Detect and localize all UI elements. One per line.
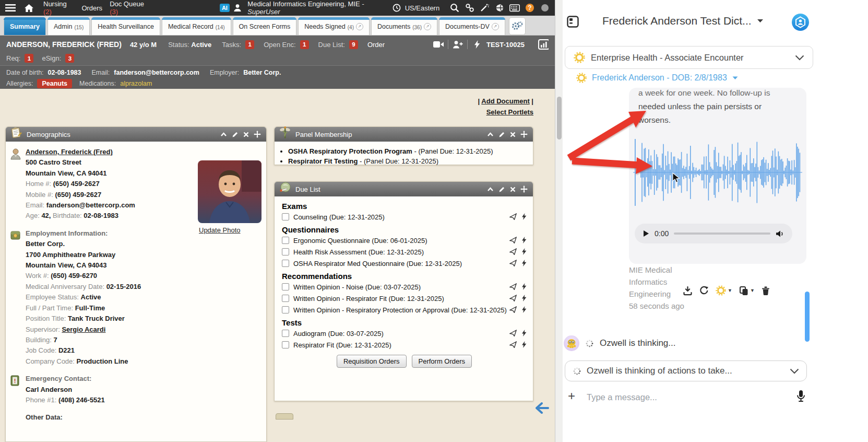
send-icon[interactable] xyxy=(509,341,517,348)
checkbox[interactable] xyxy=(282,283,289,290)
checkbox[interactable] xyxy=(282,248,289,255)
order-link[interactable]: Order xyxy=(367,41,385,49)
tab-medical-record[interactable]: Medical Record (14) xyxy=(162,17,231,35)
delete-icon[interactable] xyxy=(762,286,770,295)
app-scrollbar[interactable] xyxy=(555,0,563,442)
checkbox[interactable] xyxy=(282,237,289,244)
microphone-icon[interactable] xyxy=(796,390,805,402)
supervisor-link[interactable]: Sergio Acardi xyxy=(62,325,105,333)
wand-icon[interactable] xyxy=(480,3,489,13)
patient-selector[interactable]: Frederick Anderson - DOB: 2/8/1983 xyxy=(571,73,738,83)
close-icon[interactable] xyxy=(510,187,516,192)
send-icon[interactable] xyxy=(509,295,517,301)
quick-order-icon[interactable] xyxy=(522,237,527,243)
send-icon[interactable] xyxy=(509,260,517,266)
quick-order-icon[interactable] xyxy=(522,248,527,255)
close-icon[interactable] xyxy=(243,132,249,137)
add-document-link[interactable]: Add Document xyxy=(481,97,529,105)
quick-order-icon[interactable] xyxy=(522,341,527,348)
patient-name[interactable]: ANDERSON, FREDERICK (FRED) xyxy=(6,40,122,49)
move-icon[interactable] xyxy=(254,131,261,138)
popout-icon[interactable]: ↗ xyxy=(492,23,499,30)
move-icon[interactable] xyxy=(520,131,528,138)
patient-name-link[interactable]: Anderson, Frederick (Fred) xyxy=(26,148,113,156)
esign-badge[interactable]: 3 xyxy=(65,54,74,63)
timezone-label[interactable]: US/Eastern xyxy=(405,4,439,12)
collapse-panel-arrow[interactable] xyxy=(536,402,549,414)
chart-id[interactable]: TEST-10025 xyxy=(486,41,525,49)
tab-on-screen-forms[interactable]: On Screen Forms xyxy=(233,17,297,35)
conversation-title[interactable]: Frederick Anderson Test Dict... xyxy=(602,15,764,27)
send-icon[interactable] xyxy=(509,237,517,243)
regenerate-icon[interactable] xyxy=(699,286,709,295)
quick-order-icon[interactable] xyxy=(522,283,527,290)
send-icon[interactable] xyxy=(509,213,517,220)
link-icon[interactable] xyxy=(465,3,474,13)
flowsheet-icon[interactable] xyxy=(538,39,549,50)
edit-icon[interactable] xyxy=(498,131,505,138)
collapse-icon[interactable] xyxy=(220,132,227,137)
play-button[interactable] xyxy=(643,230,649,237)
quick-order-icon[interactable] xyxy=(522,260,527,266)
quick-order-icon[interactable] xyxy=(522,213,527,220)
ai-badge[interactable]: AI xyxy=(220,4,230,12)
scrollbar-thumb[interactable] xyxy=(557,97,562,139)
checkbox[interactable] xyxy=(282,213,289,220)
tasks-badge[interactable]: 1 xyxy=(245,40,254,49)
edit-icon[interactable] xyxy=(498,186,505,193)
medication-link[interactable]: alprazolam xyxy=(120,80,152,87)
audio-waveform[interactable] xyxy=(633,136,802,209)
seek-bar[interactable] xyxy=(674,232,770,235)
popout-icon[interactable]: ↗ xyxy=(424,23,431,30)
thinking-actions-expander[interactable]: Ozwell is thinking of actions to take... xyxy=(565,360,807,381)
send-icon[interactable] xyxy=(509,330,517,336)
quick-order-icon[interactable] xyxy=(522,330,527,336)
nav-orders[interactable]: Orders xyxy=(81,4,102,12)
volume-icon[interactable] xyxy=(776,230,784,238)
edit-icon[interactable] xyxy=(232,131,239,138)
record-icon[interactable] xyxy=(540,3,550,13)
tab-settings-button[interactable] xyxy=(509,17,526,35)
close-icon[interactable] xyxy=(510,132,516,137)
quick-order-icon[interactable] xyxy=(522,295,527,301)
home-icon[interactable] xyxy=(24,3,34,13)
tab-admin[interactable]: Admin (15) xyxy=(47,17,90,35)
ozwell-logo[interactable] xyxy=(791,13,810,31)
add-person-icon[interactable] xyxy=(453,39,463,50)
current-user[interactable]: Medical Informatics Engineering, MIE - S… xyxy=(247,0,387,16)
keyboard-icon[interactable] xyxy=(509,3,520,13)
popout-icon[interactable]: ↗ xyxy=(356,23,363,30)
tab-documents[interactable]: Documents (36) ↗ xyxy=(371,17,437,35)
open-enc-badge[interactable]: 1 xyxy=(300,40,309,49)
tab-documents-dv[interactable]: Documents-DV ↗ xyxy=(439,17,505,35)
update-photo-link[interactable]: Update Photo xyxy=(199,226,241,234)
message-input[interactable] xyxy=(587,388,790,406)
req-badge[interactable]: 1 xyxy=(25,54,33,63)
copy-icon[interactable]: ▼ xyxy=(739,286,755,296)
help-icon[interactable]: ? xyxy=(525,3,534,13)
select-portlets-link[interactable]: Select Portlets xyxy=(486,108,533,116)
hamburger-menu-icon[interactable] xyxy=(5,3,16,13)
requisition-orders-button[interactable]: Requisition Orders xyxy=(337,355,407,368)
tab-health-surveillance[interactable]: Health Surveillance xyxy=(91,17,160,35)
checkbox[interactable] xyxy=(282,330,289,337)
tab-needs-signed[interactable]: Needs Signed (4) ↗ xyxy=(298,17,370,35)
globe-icon[interactable] xyxy=(495,3,504,13)
add-attachment-button[interactable]: + xyxy=(568,390,575,402)
encounter-selector[interactable]: Enterprise Health - Associate Encounter xyxy=(565,46,813,69)
send-icon[interactable] xyxy=(509,283,517,290)
chat-scrollbar[interactable] xyxy=(805,292,810,342)
tab-summary[interactable]: Summary xyxy=(4,17,46,35)
checkbox[interactable] xyxy=(282,260,289,267)
search-icon[interactable] xyxy=(450,3,459,13)
quick-order-icon[interactable] xyxy=(522,306,527,313)
checkbox[interactable] xyxy=(282,341,289,348)
nav-doc-queue[interactable]: Doc Queue (3) xyxy=(110,0,151,16)
collapse-icon[interactable] xyxy=(487,187,494,192)
sidebar-toggle-icon[interactable] xyxy=(567,16,579,28)
gear-menu-icon[interactable]: ▼ xyxy=(716,285,732,296)
checkbox[interactable] xyxy=(282,306,289,313)
due-list-badge[interactable]: 9 xyxy=(349,40,358,49)
nav-nursing[interactable]: Nursing (2) xyxy=(43,0,74,16)
video-call-icon[interactable] xyxy=(433,39,444,50)
